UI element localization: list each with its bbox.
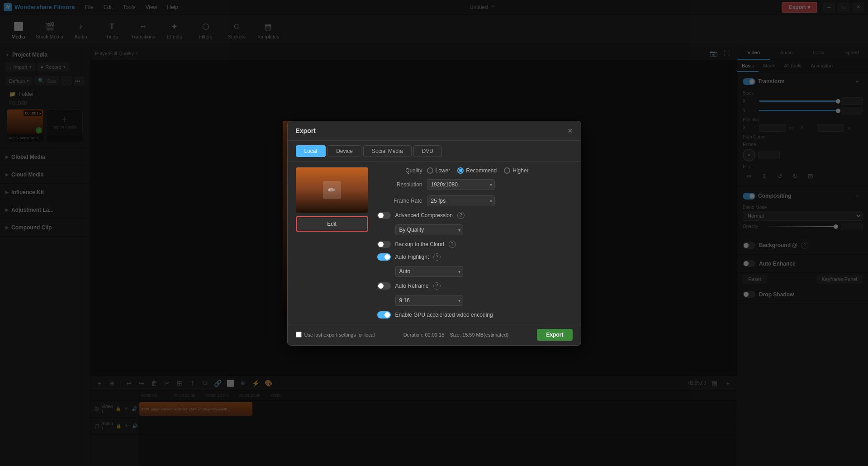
backup-cloud-row: Backup to the Cloud ? <box>377 241 573 248</box>
by-quality-select[interactable]: By Quality <box>395 224 463 235</box>
frame-rate-select[interactable]: 25 fps <box>427 195 495 206</box>
edit-btn-wrapper: Edit <box>296 216 368 232</box>
modal-preview-panel: ✏ Edit <box>296 167 368 319</box>
backup-cloud-label: Backup to the Cloud <box>395 241 444 247</box>
auto-reframe-toggle[interactable] <box>377 282 391 290</box>
gpu-label: Enable GPU accelerated video encoding <box>395 312 493 318</box>
auto-reframe-sub: 9:16 <box>377 295 573 306</box>
backup-cloud-info-icon[interactable]: ? <box>449 241 456 248</box>
auto-highlight-select[interactable]: Auto <box>395 266 463 277</box>
frame-rate-select-wrapper: 25 fps <box>427 195 495 206</box>
by-quality-select-wrapper: By Quality <box>395 224 463 235</box>
modal-settings: Quality Lower Recommend <box>377 167 573 319</box>
modal-header: Export × <box>288 121 581 141</box>
quality-lower-label: Lower <box>436 167 451 174</box>
auto-highlight-toggle[interactable] <box>377 253 391 261</box>
resolution-row: Resolution 1920x1080 <box>377 179 573 190</box>
compression-sub-options: By Quality <box>377 224 573 235</box>
modal-footer: Use last export settings for local Durat… <box>288 324 581 345</box>
edit-button[interactable]: Edit <box>298 218 366 230</box>
size-info: Size: 15.59 MB(estimated) <box>450 332 509 338</box>
modal-preview-thumb: ✏ <box>296 167 368 213</box>
auto-highlight-row: Auto Highlight ? <box>377 253 573 261</box>
modal-tabs: Local Device Social Media DVD <box>288 141 581 162</box>
modal-title: Export <box>296 127 316 134</box>
preview-thumb-inner: ✏ <box>296 167 368 213</box>
auto-highlight-info-icon[interactable]: ? <box>433 253 441 261</box>
use-last-settings-checkbox[interactable] <box>296 332 302 338</box>
modal-tab-dvd[interactable]: DVD <box>413 145 442 157</box>
advanced-compression-info-icon[interactable]: ? <box>457 212 465 219</box>
edit-pencil-icon: ✏ <box>323 181 341 199</box>
auto-highlight-knob <box>384 254 390 260</box>
gpu-toggle[interactable] <box>377 311 391 319</box>
quality-label: Quality <box>377 167 422 174</box>
advanced-compression-label: Advanced Compression <box>395 212 453 219</box>
use-last-settings-label[interactable]: Use last export settings for local <box>296 332 375 338</box>
footer-export-button[interactable]: Export <box>537 329 572 341</box>
auto-reframe-label: Auto Reframe <box>395 283 429 289</box>
advanced-compression-row: Advanced Compression ? <box>377 212 573 219</box>
quality-row: Quality Lower Recommend <box>377 167 573 174</box>
modal-close-button[interactable]: × <box>568 127 573 135</box>
advanced-compression-toggle[interactable] <box>377 212 391 219</box>
quality-recommend-option[interactable]: Recommend <box>457 167 497 174</box>
duration-label: Duration: <box>403 332 424 338</box>
quality-higher-radio[interactable] <box>504 167 510 174</box>
quality-lower-option[interactable]: Lower <box>427 167 451 174</box>
frame-rate-row: Frame Rate 25 fps <box>377 195 573 206</box>
resolution-select[interactable]: 1920x1080 <box>427 179 495 190</box>
auto-reframe-info-icon[interactable]: ? <box>433 282 441 290</box>
backup-cloud-knob <box>378 242 384 247</box>
auto-highlight-label: Auto Highlight <box>395 254 429 260</box>
auto-reframe-knob <box>378 283 384 289</box>
gpu-row: Enable GPU accelerated video encoding <box>377 311 573 319</box>
auto-reframe-select[interactable]: 9:16 <box>395 295 463 306</box>
modal-body: ✏ Edit Quality Lower <box>288 162 581 324</box>
frame-rate-label: Frame Rate <box>377 198 422 204</box>
quality-recommend-label: Recommend <box>466 167 497 174</box>
quality-options: Lower Recommend Higher <box>427 167 529 174</box>
modal-tab-device[interactable]: Device <box>327 145 361 157</box>
footer-info: Duration: 00:00:15 Size: 15.59 MB(estima… <box>403 332 508 338</box>
modal-tab-local[interactable]: Local <box>296 145 326 157</box>
radio-inner-recommend <box>459 169 462 172</box>
gpu-knob <box>384 312 390 318</box>
advanced-compression-knob <box>378 213 384 218</box>
backup-cloud-toggle[interactable] <box>377 241 391 248</box>
use-last-settings-text: Use last export settings for local <box>304 332 375 338</box>
quality-recommend-radio[interactable] <box>457 167 464 174</box>
duration-value: 00:00:15 <box>425 332 444 338</box>
resolution-label: Resolution <box>377 181 422 188</box>
auto-highlight-select-wrapper: Auto <box>395 266 463 277</box>
auto-reframe-select-wrapper: 9:16 <box>395 295 463 306</box>
auto-highlight-sub: Auto <box>377 266 573 277</box>
modal-overlay[interactable]: Export × Local Device Social Media DVD ✏… <box>0 0 868 466</box>
resolution-select-wrapper: 1920x1080 <box>427 179 495 190</box>
quality-higher-option[interactable]: Higher <box>504 167 528 174</box>
modal-tab-social-media[interactable]: Social Media <box>363 145 412 157</box>
quality-higher-label: Higher <box>512 167 528 174</box>
quality-lower-radio[interactable] <box>427 167 433 174</box>
export-modal: Export × Local Device Social Media DVD ✏… <box>287 121 581 346</box>
auto-reframe-row: Auto Reframe ? <box>377 282 573 290</box>
